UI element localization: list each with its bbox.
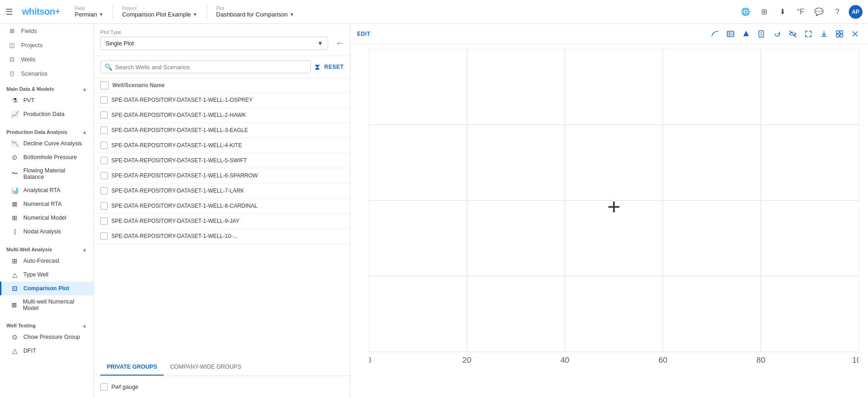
chart-edit-button[interactable]: EDIT (357, 31, 370, 37)
section-main-data-header[interactable]: Main Data & Models ▲ (0, 83, 93, 94)
temp-icon-btn[interactable]: °F (794, 5, 808, 19)
well-checkbox-5[interactable] (100, 172, 108, 179)
sidebar: ⊞ Fields ◫ Projects ⊡ Wells ⟨⟩ Scenarios… (0, 24, 94, 398)
section-main-data-title: Main Data & Models (6, 86, 54, 92)
sidebar-item-analytical-rta[interactable]: 📊 Analytical RTA (0, 183, 93, 197)
sidebar-item-scenarios[interactable]: ⟨⟩ Scenarios (0, 66, 93, 81)
section-pda-header[interactable]: Production Data Analysis ▲ (0, 127, 93, 137)
search-row: 🔍 ⧗ RESET (94, 56, 350, 78)
sidebar-item-multiwell-numerical[interactable]: ⊠ Multi-well Numerical Model (0, 295, 93, 315)
group-item[interactable]: Pwf gauge (100, 381, 344, 393)
section-well-testing-header[interactable]: Well Testing ▲ (0, 320, 93, 330)
section-well-testing-title: Well Testing (6, 323, 36, 328)
filter-icon[interactable]: ⧗ (314, 62, 320, 72)
chart-tool-fill[interactable] (740, 28, 753, 40)
plot-selector[interactable]: Plot Dashboard for Comparison ▼ (216, 6, 294, 18)
menu-icon[interactable]: ☰ (5, 7, 13, 17)
plot-value[interactable]: Dashboard for Comparison ▼ (216, 11, 294, 18)
sidebar-item-wells[interactable]: ⊡ Wells (0, 52, 93, 66)
chart-tool-expand[interactable] (802, 28, 815, 40)
dca-icon: 📉 (11, 140, 19, 147)
project-value[interactable]: Comparison Plot Example ▼ (122, 11, 198, 18)
sidebar-item-projects[interactable]: ◫ Projects (0, 38, 93, 52)
well-list-item[interactable]: SPE-DATA-REPOSITORY-DATASET-1-WELL-5-SWI… (94, 153, 350, 168)
section-multiwell-header[interactable]: Multi-Well Analysis ▲ (0, 244, 93, 254)
dca-label: Decline Curve Analysis (23, 140, 82, 147)
plot-type-dropdown[interactable]: Single Plot ▼ (100, 37, 328, 50)
sidebar-item-nodal-analysis[interactable]: ⟨ Nodal Analysis (0, 225, 93, 238)
tab-company-groups[interactable]: COMPANY-WIDE GROUPS (164, 359, 248, 376)
type-well-icon: △ (11, 271, 19, 278)
globe-icon-btn[interactable]: 🌐 (739, 5, 753, 19)
bhp-icon: ⊙ (11, 154, 19, 161)
well-list-item[interactable]: SPE-DATA-REPOSITORY-DATASET-1-WELL-7-LAR… (94, 183, 350, 199)
sidebar-item-numerical-model[interactable]: ⊞ Numerical Model (0, 211, 93, 225)
chart-tool-refresh[interactable] (771, 28, 784, 40)
back-button[interactable]: ← (335, 39, 344, 48)
chart-tool-close[interactable] (849, 28, 862, 40)
well-list-item[interactable]: SPE-DATA-REPOSITORY-DATASET-1-WELL-9-JAY (94, 214, 350, 229)
well-checkbox-0[interactable] (100, 96, 108, 104)
well-checkbox-3[interactable] (100, 142, 108, 149)
sidebar-item-fmb[interactable]: 〜 Flowing Material Balance (0, 164, 93, 183)
sidebar-item-comparison-plot[interactable]: ⊡ Comparison Plot (0, 282, 93, 295)
sidebar-item-fields[interactable]: ⊞ Fields (0, 24, 93, 38)
chart-tool-download[interactable] (818, 28, 830, 40)
sidebar-item-production-data[interactable]: 📈 Production Data (0, 107, 93, 121)
fmb-label: Flowing Material Balance (23, 167, 87, 180)
svg-text:20: 20 (462, 356, 471, 364)
numerical-model-icon: ⊞ (11, 214, 19, 221)
sidebar-item-bhp[interactable]: ⊙ Bottomhole Pressure (0, 150, 93, 164)
well-list-item[interactable]: SPE-DATA-REPOSITORY-DATASET-1-WELL-2-HAW… (94, 108, 350, 123)
chart-tool-eye-off[interactable] (786, 28, 799, 40)
field-value[interactable]: Permian ▼ (75, 11, 103, 18)
well-checkbox-6[interactable] (100, 187, 108, 194)
sidebar-item-auto-forecast[interactable]: ⊞ Auto-Forecast (0, 254, 93, 268)
sidebar-item-chow-pressure[interactable]: ⊙ Chow Pressure Group (0, 330, 93, 344)
reset-button[interactable]: RESET (324, 64, 344, 70)
sidebar-item-type-well[interactable]: △ Type Well (0, 268, 93, 282)
avatar[interactable]: AP (849, 5, 863, 19)
well-list-item[interactable]: SPE-DATA-REPOSITORY-DATASET-1-WELL-10-..… (94, 229, 350, 244)
svg-rect-10 (836, 34, 839, 37)
chat-icon-btn[interactable]: 💬 (812, 5, 826, 19)
chart-tool-zoom[interactable] (833, 28, 846, 40)
grid-icon-btn[interactable]: ⊞ (757, 5, 771, 19)
chart-tool-doc[interactable] (755, 28, 768, 40)
sidebar-item-pvt[interactable]: ⚗ PVT (0, 94, 93, 107)
well-list-item[interactable]: SPE-DATA-REPOSITORY-DATASET-1-WELL-6-SPA… (94, 168, 350, 183)
well-checkbox-7[interactable] (100, 202, 108, 210)
sidebar-item-numerical-rta[interactable]: ⊠ Numerical RTA (0, 197, 93, 211)
download-icon-btn[interactable]: ⬇ (775, 5, 789, 19)
well-checkbox-2[interactable] (100, 127, 108, 134)
pvt-label: PVT (23, 97, 34, 104)
field-selector[interactable]: Field Permian ▼ (75, 6, 103, 18)
section-pda-title: Production Data Analysis (6, 129, 67, 135)
well-list: SPE-DATA-REPOSITORY-DATASET-1-WELL-1-OSP… (94, 93, 350, 359)
chart-tool-curve[interactable] (709, 28, 721, 40)
well-list-item[interactable]: SPE-DATA-REPOSITORY-DATASET-1-WELL-4-KIT… (94, 138, 350, 153)
well-checkbox-4[interactable] (100, 157, 108, 164)
tab-private-groups[interactable]: PRIVATE GROUPS (100, 359, 164, 376)
section-well-testing-chevron: ▲ (82, 323, 87, 328)
sidebar-item-dca[interactable]: 📉 Decline Curve Analysis (0, 137, 93, 150)
well-list-item[interactable]: SPE-DATA-REPOSITORY-DATASET-1-WELL-8-CAR… (94, 199, 350, 214)
numerical-model-label: Numerical Model (23, 215, 66, 221)
search-box[interactable]: 🔍 (100, 61, 311, 73)
well-list-item[interactable]: SPE-DATA-REPOSITORY-DATASET-1-WELL-3-EAG… (94, 123, 350, 138)
project-selector[interactable]: Project Comparison Plot Example ▼ (122, 6, 198, 18)
well-list-item[interactable]: SPE-DATA-REPOSITORY-DATASET-1-WELL-1-OSP… (94, 93, 350, 108)
projects-icon: ◫ (7, 42, 16, 49)
numerical-rta-icon: ⊠ (11, 200, 19, 208)
help-icon-btn[interactable]: ? (830, 5, 844, 19)
well-name-2: SPE-DATA-REPOSITORY-DATASET-1-WELL-3-EAG… (111, 127, 248, 133)
search-input[interactable] (115, 64, 307, 71)
well-list-header-checkbox[interactable] (100, 81, 109, 89)
well-checkbox-9[interactable] (100, 232, 108, 240)
group-checkbox-0[interactable] (100, 383, 108, 391)
sidebar-item-dfit[interactable]: △ DFIT (0, 344, 93, 358)
well-checkbox-1[interactable] (100, 111, 108, 119)
chart-tool-table[interactable] (724, 28, 737, 40)
chow-pressure-label: Chow Pressure Group (23, 334, 80, 340)
well-checkbox-8[interactable] (100, 217, 108, 225)
